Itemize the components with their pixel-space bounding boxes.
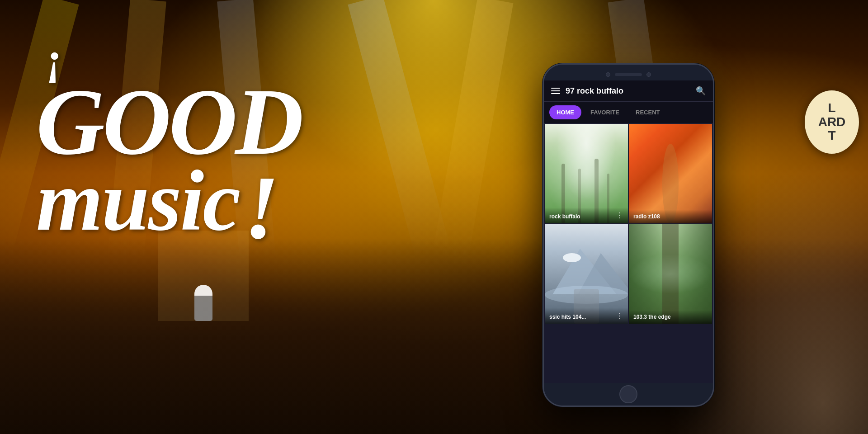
hamburger-menu-button[interactable]	[551, 88, 560, 94]
tab-home[interactable]: HOME	[549, 105, 581, 119]
app-content: rock buffalo ⋮ radio z108	[544, 123, 713, 383]
app-screen: 97 rock buffalo 🔍 HOME FAVORITE RECENT	[544, 80, 713, 383]
tagline-container: ¡ GOOD music!	[36, 36, 302, 253]
road-fog	[629, 254, 712, 294]
phone-top-bar	[544, 65, 713, 80]
hamburger-line-2	[551, 90, 560, 91]
app-navigation: HOME FAVORITE RECENT	[544, 102, 713, 123]
card-2-name: radio z108	[633, 213, 660, 220]
card-1-overlay: rock buffalo ⋮	[545, 208, 628, 223]
hamburger-line-3	[551, 93, 560, 94]
exclamation-top: ¡	[43, 35, 65, 82]
tab-favorite[interactable]: FAVORITE	[583, 105, 627, 119]
snow-cap-1	[563, 253, 581, 262]
hamburger-line-1	[551, 88, 560, 89]
right-sign: L ARD T	[805, 90, 859, 154]
card-3-name: ssic hits 104...	[549, 314, 586, 320]
phone-bottom	[544, 383, 713, 406]
card-2-overlay: radio z108	[629, 210, 712, 223]
beam-4	[348, 0, 450, 256]
card-4-image	[629, 224, 712, 324]
sign-line-3: T	[828, 129, 835, 143]
music-text: music!	[36, 162, 302, 253]
phone-camera-2	[646, 72, 651, 77]
music-word: music	[36, 153, 240, 248]
crowd-overlay	[0, 239, 868, 434]
tab-recent[interactable]: RECENT	[628, 105, 667, 119]
phone-speaker	[615, 73, 642, 76]
radio-card-4[interactable]: 103.3 the edge	[629, 224, 712, 324]
radio-card-1[interactable]: rock buffalo ⋮	[545, 124, 628, 223]
phone-mockup: 97 rock buffalo 🔍 HOME FAVORITE RECENT	[542, 63, 714, 407]
radio-card-2[interactable]: radio z108	[629, 124, 712, 223]
card-3-overlay: ssic hits 104... ⋮	[545, 308, 628, 324]
home-button[interactable]	[619, 385, 637, 403]
app-title: 97 rock buffalo	[566, 86, 690, 96]
beam-5	[433, 0, 514, 259]
exclamation-end: !	[244, 162, 278, 253]
card-4-overlay: 103.3 the edge	[629, 310, 712, 324]
app-header: 97 rock buffalo 🔍	[544, 80, 713, 102]
sign-line-2: ARD	[818, 115, 846, 129]
phone-container: 97 rock buffalo 🔍 HOME FAVORITE RECENT	[533, 0, 723, 434]
radio-grid: rock buffalo ⋮ radio z108	[544, 123, 713, 325]
card-4-name: 103.3 the edge	[633, 314, 671, 320]
card-1-name: rock buffalo	[549, 213, 580, 220]
autumn-overlay	[629, 124, 712, 223]
card-2-image	[629, 124, 712, 223]
search-button[interactable]: 🔍	[696, 86, 706, 96]
card-3-more-button[interactable]: ⋮	[616, 311, 623, 320]
good-text: GOOD	[36, 81, 302, 162]
phone-camera	[606, 72, 610, 77]
radio-card-3[interactable]: ssic hits 104... ⋮	[545, 224, 628, 324]
sign-line-1: L	[828, 101, 835, 115]
card-1-more-button[interactable]: ⋮	[616, 211, 623, 220]
performer	[194, 285, 212, 321]
